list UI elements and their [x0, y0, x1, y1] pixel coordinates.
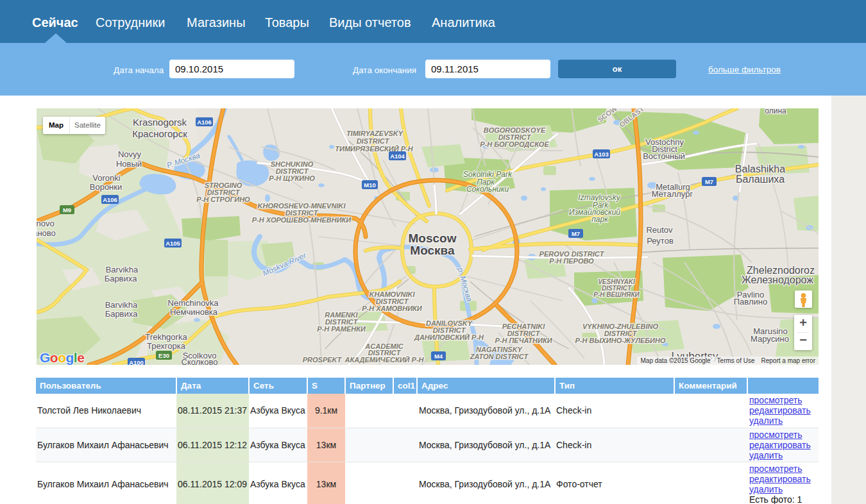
svg-text:Р-Н ПЕРОВО: Р-Н ПЕРОВО	[549, 257, 594, 265]
svg-text:Р-Н ХОРОШЕВО-МНЕВНИКИ: Р-Н ХОРОШЕВО-МНЕВНИКИ	[252, 216, 352, 224]
svg-text:E30: E30	[158, 352, 169, 359]
svg-text:Р-Н ПЕЧАТНИКИ: Р-Н ПЕЧАТНИКИ	[495, 337, 552, 344]
svg-text:Реутов: Реутов	[647, 236, 674, 246]
svg-text:Трехгорка: Трехгорка	[147, 341, 186, 351]
svg-text:ZATON DISTRICT: ZATON DISTRICT	[470, 353, 529, 360]
svg-text:Р-Н ВЫХИНО-ЖУЛЕБИНО: Р-Н ВЫХИНО-ЖУЛЕБИНО	[575, 337, 666, 344]
svg-text:Красногорск: Красногорск	[132, 128, 187, 139]
svg-text:M4: M4	[434, 353, 443, 360]
svg-text:Trekhgorka: Trekhgorka	[145, 332, 187, 342]
svg-text:M7: M7	[705, 178, 713, 185]
svg-text:Металлург: Металлург	[652, 189, 693, 199]
svg-text:M7: M7	[572, 230, 580, 237]
svg-text:Nemchinovka: Nemchinovka	[168, 298, 219, 308]
svg-text:A100: A100	[129, 359, 144, 365]
svg-text:Сокольники: Сокольники	[466, 185, 509, 194]
svg-text:Reutov: Reutov	[646, 225, 673, 235]
svg-text:A106: A106	[197, 119, 212, 126]
svg-text:TIMIRYAZEVSKY: TIMIRYAZEVSKY	[346, 130, 404, 137]
svg-text:Воронки: Воронки	[90, 182, 123, 192]
svg-text:DISTRICT: DISTRICT	[357, 137, 390, 145]
svg-text:M9: M9	[63, 206, 71, 214]
svg-text:Р-Н РАМЕНКИ: Р-Н РАМЕНКИ	[317, 325, 366, 333]
svg-text:Марусино: Марусино	[751, 334, 789, 344]
svg-text:Balashikha: Balashikha	[735, 164, 785, 174]
svg-text:Р-Н БОГОРОДСКОЕ: Р-Н БОГОРОДСКОЕ	[480, 140, 549, 148]
svg-text:A106: A106	[103, 196, 117, 203]
svg-text:Сколково: Сколково	[182, 357, 218, 365]
svg-text:аново: аново	[37, 228, 56, 238]
svg-text:Р-Н ЩУКИНО: Р-Н ЩУКИНО	[269, 174, 315, 182]
svg-text:Voronki: Voronki	[92, 173, 120, 183]
svg-text:PROSPEKT: PROSPEKT	[303, 356, 343, 364]
svg-text:АКАДЕМИЧЕСКИЙ Р-Н: АКАДЕМИЧЕСКИЙ Р-Н	[344, 356, 424, 364]
svg-text:Р-Н ВЕШНЯКИ: Р-Н ВЕШНЯКИ	[593, 291, 640, 298]
svg-text:Восточный: Восточный	[643, 151, 685, 161]
svg-text:олина: олина	[765, 108, 786, 115]
svg-text:Москва: Москва	[410, 244, 455, 257]
svg-text:парк: парк	[591, 215, 609, 224]
svg-text:anovo: anovo	[37, 219, 55, 228]
svg-text:Павлино: Павлино	[734, 297, 767, 307]
svg-text:A104: A104	[390, 153, 405, 160]
svg-text:Железнодорож: Железнодорож	[742, 274, 813, 285]
svg-text:Балашиха: Балашиха	[736, 174, 785, 185]
svg-text:A103: A103	[594, 151, 609, 158]
svg-text:Немчиновка: Немчиновка	[170, 307, 218, 317]
svg-text:Р-Н СТРОГИНО: Р-Н СТРОГИНО	[196, 196, 250, 203]
svg-text:Novyy: Novyy	[118, 149, 142, 159]
svg-text:Barvikha: Barvikha	[105, 300, 138, 310]
svg-text:Новый: Новый	[116, 159, 142, 169]
svg-text:Барвиха: Барвиха	[105, 274, 138, 283]
svg-text:Moscow: Moscow	[409, 231, 457, 245]
svg-text:Р-Н ХАМОВНИКИ: Р-Н ХАМОВНИКИ	[362, 305, 423, 312]
svg-text:A105: A105	[166, 240, 180, 247]
svg-text:Барвиха: Барвиха	[105, 309, 139, 319]
svg-text:ДАНИЛОВСКИЙ Р-Н: ДАНИЛОВСКИЙ Р-Н	[414, 333, 484, 341]
svg-text:Barvikha: Barvikha	[106, 265, 139, 274]
svg-text:Krasnogorsk: Krasnogorsk	[133, 117, 187, 128]
svg-text:M10: M10	[364, 181, 375, 189]
